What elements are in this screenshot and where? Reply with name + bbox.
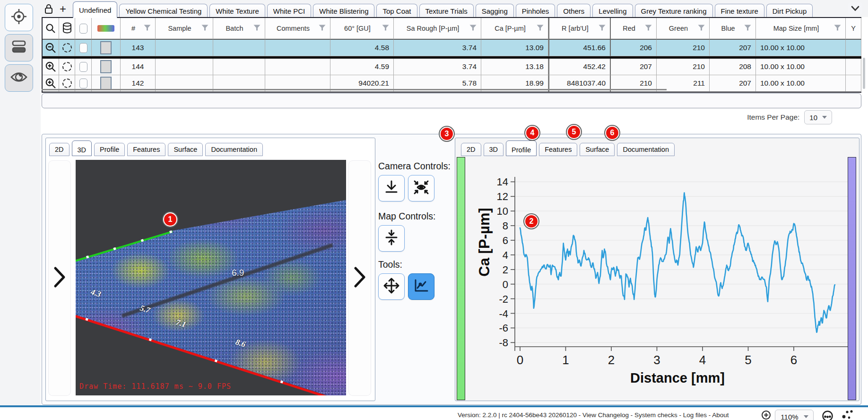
- row-selection-marker[interactable]: [59, 40, 75, 56]
- column-header-sample[interactable]: Sample: [156, 18, 213, 40]
- filter-funnel-icon[interactable]: [144, 25, 151, 32]
- table-cell[interactable]: 206: [611, 40, 657, 56]
- next-map-button[interactable]: [349, 161, 371, 395]
- table-cell[interactable]: 4.59: [330, 59, 394, 75]
- table-cell[interactable]: 208: [710, 59, 756, 75]
- row-selection-marker[interactable]: [59, 59, 75, 75]
- project-tab-top-coat[interactable]: Top Coat: [376, 4, 417, 18]
- project-tab-undefined[interactable]: Undefined: [73, 1, 117, 18]
- tab-overflow-button[interactable]: [848, 2, 862, 15]
- filter-funnel-icon[interactable]: [253, 25, 260, 32]
- table-cell[interactable]: 207: [611, 59, 657, 75]
- camera-focus-button[interactable]: [408, 175, 434, 201]
- table-cell[interactable]: [846, 75, 861, 92]
- project-tab-levelling[interactable]: Levelling: [592, 4, 633, 18]
- table-vertical-scrollbar[interactable]: [863, 58, 865, 89]
- table-cell[interactable]: 10.00 x 10.00: [756, 59, 846, 75]
- project-tab-grey-texture-ranking[interactable]: Grey Texture ranking: [635, 4, 713, 18]
- target-mode-button[interactable]: [5, 4, 33, 31]
- surface-3d-canvas[interactable]: 4.3 5.7 7.1 8.6 6.9 Draw Time: 111.6187 …: [76, 160, 346, 395]
- column-header-r-arb-u-[interactable]: R [arb'U]: [548, 18, 611, 40]
- project-tab-yellow-chemical-testing[interactable]: Yellow Chemical Testing: [119, 4, 208, 18]
- column-header-60-gu-[interactable]: 60° [GU]: [330, 18, 394, 40]
- filter-funnel-icon[interactable]: [834, 25, 841, 32]
- table-cell[interactable]: 4.58: [330, 40, 394, 56]
- circle-plus-icon[interactable]: [761, 410, 771, 420]
- panel-tab-3d[interactable]: 3D: [72, 140, 92, 156]
- project-tab-others[interactable]: Others: [557, 4, 590, 18]
- previous-map-button[interactable]: [49, 161, 70, 395]
- table-cell[interactable]: 10.00 x 10.00: [756, 40, 846, 56]
- purple-scale-bar[interactable]: [848, 157, 856, 400]
- project-tab-dirt-pickup[interactable]: Dirt Pickup: [766, 4, 813, 18]
- panel-tab-features[interactable]: Features: [127, 143, 165, 156]
- color-gradient-swatch[interactable]: [92, 18, 121, 40]
- add-tab-button[interactable]: +: [57, 2, 69, 15]
- column-header-blue[interactable]: Blue: [710, 18, 756, 40]
- column-header-ca-p-m-[interactable]: Ca [P-µm]: [481, 18, 548, 40]
- profile-tool-button[interactable]: [408, 273, 434, 300]
- filter-funnel-icon[interactable]: [469, 25, 477, 32]
- table-cell[interactable]: [846, 40, 861, 56]
- zoom-out-icon[interactable]: [43, 40, 59, 56]
- panel-tab-3d[interactable]: 3D: [484, 143, 504, 156]
- table-cell[interactable]: [846, 59, 861, 75]
- table-cell[interactable]: 10.00 x 10.00: [756, 75, 846, 92]
- table-cell[interactable]: 3.74: [394, 40, 481, 56]
- table-cell[interactable]: 143: [121, 40, 156, 56]
- version-status-text[interactable]: Version: 2.2.0 | rc 2404-56be43 20260120…: [458, 411, 729, 419]
- table-cell[interactable]: 451.66: [548, 40, 611, 56]
- project-tab-pinholes[interactable]: Pinholes: [516, 4, 556, 18]
- filter-funnel-icon[interactable]: [537, 25, 544, 32]
- panel-tab-documentation[interactable]: Documentation: [205, 143, 263, 156]
- project-tab-sagging[interactable]: Sagging: [476, 4, 514, 18]
- table-cell[interactable]: [156, 40, 213, 56]
- column-header--[interactable]: #: [121, 18, 156, 40]
- column-header-sa-rough-p-m-[interactable]: Sa Rough [P-µm]: [394, 18, 481, 40]
- column-header-red[interactable]: Red: [611, 18, 657, 40]
- panel-tab-features[interactable]: Features: [539, 143, 577, 156]
- panel-tab-2d[interactable]: 2D: [461, 143, 481, 156]
- project-tab-white-texture[interactable]: White Texture: [209, 4, 265, 18]
- panel-tab-surface[interactable]: Surface: [168, 143, 203, 156]
- row-checkbox[interactable]: [75, 40, 92, 56]
- move-tool-button[interactable]: [378, 273, 405, 300]
- column-header-green[interactable]: Green: [657, 18, 710, 40]
- search-icon[interactable]: [43, 18, 59, 40]
- filter-funnel-icon[interactable]: [599, 25, 606, 32]
- project-tab-fine-texture[interactable]: Fine texture: [715, 4, 764, 18]
- panel-tab-profile[interactable]: Profile: [506, 140, 537, 156]
- column-header-batch[interactable]: Batch: [213, 18, 265, 40]
- project-tab-texture-trials[interactable]: Texture Trials: [419, 4, 474, 18]
- panel-tab-profile[interactable]: Profile: [94, 143, 125, 156]
- paw-dots-icon[interactable]: [842, 410, 854, 420]
- table-cell[interactable]: [213, 40, 265, 56]
- filter-funnel-icon[interactable]: [319, 25, 326, 32]
- column-header-map-size-mm-[interactable]: Map Size [mm]: [756, 18, 846, 40]
- database-icon[interactable]: [59, 18, 75, 40]
- map-flatten-button[interactable]: [378, 225, 405, 252]
- table-cell[interactable]: [213, 59, 265, 75]
- camera-reset-button[interactable]: [378, 175, 405, 201]
- column-header-comments[interactable]: Comments: [265, 18, 330, 40]
- project-tab-white-blistering[interactable]: White Blistering: [313, 4, 374, 18]
- table-cell[interactable]: 210: [657, 40, 710, 56]
- project-tab-white-pci[interactable]: White PCI: [267, 4, 312, 18]
- zoom-in-icon[interactable]: [43, 59, 59, 75]
- table-cell[interactable]: 13.09: [481, 40, 548, 56]
- cards-view-button[interactable]: [5, 34, 33, 61]
- panel-tab-surface[interactable]: Surface: [580, 143, 615, 156]
- select-all-checkbox[interactable]: [75, 18, 92, 40]
- table-cell[interactable]: 3.74: [394, 59, 481, 75]
- table-cell[interactable]: [265, 59, 330, 75]
- filter-funnel-icon[interactable]: [645, 25, 652, 32]
- table-horizontal-scrollbar[interactable]: [42, 93, 861, 108]
- filter-funnel-icon[interactable]: [744, 25, 751, 32]
- panel-tab-documentation[interactable]: Documentation: [617, 143, 675, 156]
- lock-icon[interactable]: [43, 2, 55, 15]
- eye-view-button[interactable]: [5, 64, 33, 92]
- green-scale-bar[interactable]: [457, 157, 465, 400]
- table-cell[interactable]: 210: [657, 59, 710, 75]
- items-per-page-select[interactable]: 10: [804, 110, 832, 124]
- panel-tab-2d[interactable]: 2D: [49, 143, 69, 156]
